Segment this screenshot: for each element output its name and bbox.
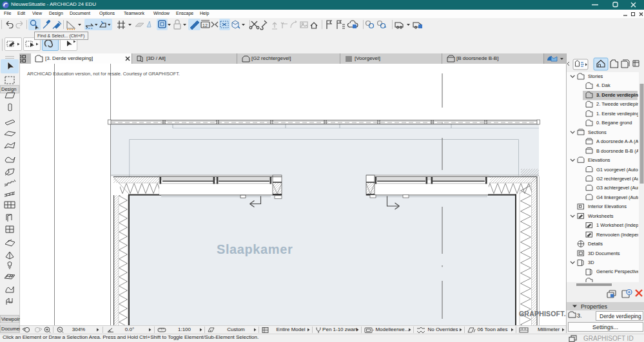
svg-text:GRAPHISOFT ID: GRAPHISOFT ID [583, 335, 634, 342]
svg-text:Derde verdieping: Derde verdieping [600, 313, 641, 319]
svg-text:GRAPHISOFT.: GRAPHISOFT. [519, 310, 566, 318]
svg-text:3.: 3. [577, 312, 582, 319]
svg-text:Settings...: Settings... [592, 324, 618, 330]
svg-text:Properties: Properties [581, 303, 608, 310]
svg-text:12: 12 [202, 23, 208, 28]
svg-text:Slaapkamer: Slaapkamer [217, 242, 293, 256]
svg-text:ARCHICAD Education version, no: ARCHICAD Education version, not for resa… [27, 71, 180, 77]
